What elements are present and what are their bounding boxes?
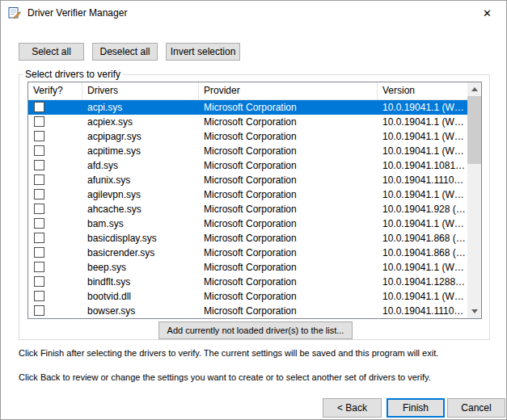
driver-name: bootvid.dll	[87, 289, 196, 304]
driver-provider: Microsoft Corporation	[204, 144, 375, 158]
cancel-button[interactable]: Cancel	[447, 398, 505, 418]
driver-provider: Microsoft Corporation	[204, 304, 375, 318]
close-icon: ✕	[483, 7, 492, 19]
driver-version: 10.0.19041.868 (Win...	[382, 246, 466, 260]
scroll-down-button[interactable]	[467, 304, 481, 318]
driver-version: 10.0.19041.1 (WinBui...	[382, 144, 466, 158]
driver-row[interactable]: bowser.sysMicrosoft Corporation10.0.1904…	[28, 304, 467, 318]
driver-provider: Microsoft Corporation	[204, 289, 375, 304]
driver-provider: Microsoft Corporation	[204, 246, 375, 260]
driver-provider: Microsoft Corporation	[204, 173, 375, 187]
driver-verifier-manager-window: Driver Verifier Manager ✕ Select all Des…	[0, 0, 507, 420]
column-header-verify[interactable]: Verify?	[28, 82, 82, 100]
verify-checkbox[interactable]	[34, 247, 44, 258]
driver-list-rows: acpi.sysMicrosoft Corporation10.0.19041.…	[28, 100, 467, 318]
driver-provider: Microsoft Corporation	[204, 115, 375, 129]
verify-checkbox[interactable]	[34, 189, 44, 200]
driver-name: afd.sys	[87, 158, 196, 173]
driver-name: basicdisplay.sys	[87, 231, 196, 246]
driver-name: ahcache.sys	[87, 202, 196, 216]
driver-provider: Microsoft Corporation	[204, 187, 375, 202]
driver-row[interactable]: afd.sysMicrosoft Corporation10.0.19041.1…	[28, 158, 467, 173]
driver-row[interactable]: bindflt.sysMicrosoft Corporation10.0.190…	[28, 275, 467, 289]
driver-row[interactable]: basicrender.sysMicrosoft Corporation10.0…	[28, 246, 467, 260]
scroll-down-icon	[471, 309, 478, 313]
deselect-all-button[interactable]: Deselect all	[92, 43, 158, 61]
verify-checkbox[interactable]	[34, 131, 44, 141]
scroll-up-icon	[471, 87, 478, 91]
verify-checkbox[interactable]	[34, 116, 44, 127]
verify-checkbox[interactable]	[34, 276, 44, 287]
driver-row[interactable]: ahcache.sysMicrosoft Corporation10.0.190…	[28, 202, 467, 216]
verify-checkbox[interactable]	[34, 160, 44, 170]
select-all-button[interactable]: Select all	[19, 43, 84, 61]
driver-row[interactable]: afunix.sysMicrosoft Corporation10.0.1904…	[28, 173, 467, 187]
column-header-version[interactable]: Version	[378, 82, 467, 100]
driver-listview: Verify? Drivers Provider Version acpi.sy…	[27, 82, 482, 319]
driver-version: 10.0.19041.1 (WinBui...	[382, 216, 466, 231]
driver-name: afunix.sys	[87, 173, 196, 187]
driver-name: bam.sys	[87, 216, 196, 231]
driver-version: 10.0.19041.1 (WinBui...	[382, 129, 466, 144]
verify-checkbox[interactable]	[34, 291, 44, 301]
driver-provider: Microsoft Corporation	[204, 100, 375, 115]
column-header-provider[interactable]: Provider	[199, 82, 378, 100]
driver-row[interactable]: acpi.sysMicrosoft Corporation10.0.19041.…	[28, 100, 467, 115]
groupbox-label: Select drivers to verify	[23, 69, 123, 80]
list-scrollbar[interactable]	[467, 82, 481, 318]
verify-checkbox[interactable]	[34, 204, 44, 214]
driver-version: 10.0.19041.1 (WinBui...	[382, 260, 466, 275]
finish-button[interactable]: Finish	[387, 398, 445, 418]
driver-provider: Microsoft Corporation	[204, 260, 375, 275]
instruction-finish: Click Finish after selecting the drivers…	[19, 348, 504, 358]
driver-version: 10.0.19041.928 (Win...	[382, 202, 466, 216]
driver-row[interactable]: beep.sysMicrosoft Corporation10.0.19041.…	[28, 260, 467, 275]
verify-checkbox[interactable]	[34, 262, 44, 272]
driver-name: beep.sys	[87, 260, 196, 275]
invert-selection-button[interactable]: Invert selection	[166, 43, 240, 61]
driver-name: agilevpn.sys	[87, 187, 196, 202]
driver-row[interactable]: basicdisplay.sysMicrosoft Corporation10.…	[28, 231, 467, 246]
driver-name: acpipagr.sys	[87, 129, 196, 144]
driver-provider: Microsoft Corporation	[204, 129, 375, 144]
driver-name: acpitime.sys	[87, 144, 196, 158]
scroll-up-button[interactable]	[467, 82, 481, 96]
driver-provider: Microsoft Corporation	[204, 158, 375, 173]
driver-provider: Microsoft Corporation	[204, 202, 375, 216]
driver-name: basicrender.sys	[87, 246, 196, 260]
verify-checkbox[interactable]	[34, 218, 44, 229]
driver-provider: Microsoft Corporation	[204, 231, 375, 246]
back-button[interactable]: < Back	[323, 398, 382, 418]
driver-version: 10.0.19041.1 (WinBui...	[382, 115, 466, 129]
driver-row[interactable]: bam.sysMicrosoft Corporation10.0.19041.1…	[28, 216, 467, 231]
driver-name: acpi.sys	[87, 100, 196, 115]
verify-checkbox[interactable]	[34, 145, 44, 156]
verify-checkbox[interactable]	[34, 233, 44, 243]
driver-version: 10.0.19041.1288 (Wi...	[382, 275, 466, 289]
driver-row[interactable]: agilevpn.sysMicrosoft Corporation10.0.19…	[28, 187, 467, 202]
driver-version: 10.0.19041.1081 (Wi...	[382, 158, 466, 173]
scrollbar-thumb[interactable]	[467, 96, 481, 164]
driver-name: bowser.sys	[87, 304, 196, 318]
driver-provider: Microsoft Corporation	[204, 216, 375, 231]
verify-checkbox[interactable]	[34, 174, 44, 185]
driver-verifier-icon	[8, 6, 21, 19]
driver-row[interactable]: acpiex.sysMicrosoft Corporation10.0.1904…	[28, 115, 467, 129]
close-button[interactable]: ✕	[469, 2, 505, 24]
driver-name: bindflt.sys	[87, 275, 196, 289]
verify-checkbox[interactable]	[34, 305, 44, 316]
add-not-loaded-drivers-button[interactable]: Add currently not loaded driver(s) to th…	[158, 321, 353, 339]
titlebar: Driver Verifier Manager ✕	[1, 1, 506, 25]
driver-row[interactable]: acpipagr.sysMicrosoft Corporation10.0.19…	[28, 129, 467, 144]
driver-name: acpiex.sys	[87, 115, 196, 129]
driver-version: 10.0.19041.1 (WinBui...	[382, 289, 466, 304]
column-header-drivers[interactable]: Drivers	[82, 82, 199, 100]
instruction-back: Click Back to review or change the setti…	[19, 372, 504, 382]
list-header: Verify? Drivers Provider Version	[28, 82, 467, 100]
window-title: Driver Verifier Manager	[27, 7, 127, 19]
driver-version: 10.0.19041.1110 (Wi...	[382, 304, 466, 318]
verify-checkbox[interactable]	[34, 102, 44, 112]
driver-version: 10.0.19041.1 (WinBui...	[382, 187, 466, 202]
driver-row[interactable]: bootvid.dllMicrosoft Corporation10.0.190…	[28, 289, 467, 304]
driver-row[interactable]: acpitime.sysMicrosoft Corporation10.0.19…	[28, 144, 467, 158]
